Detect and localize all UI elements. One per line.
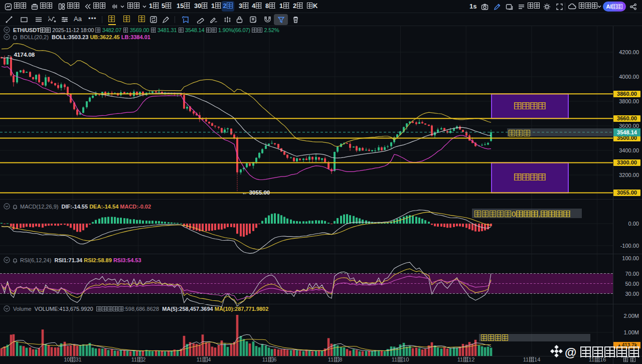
- svg-text:1: 1: [48, 16, 50, 19]
